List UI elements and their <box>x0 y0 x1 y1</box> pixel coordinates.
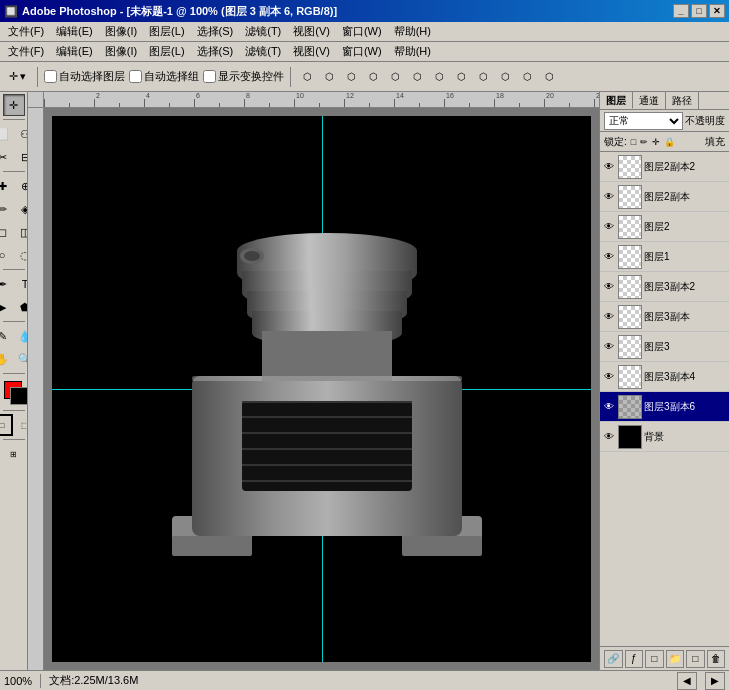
delete-layer-button[interactable]: 🗑 <box>707 650 726 668</box>
align-center-icon[interactable]: ⬡ <box>319 67 339 87</box>
layer-item[interactable]: 👁 图层3 <box>600 332 729 362</box>
eye-icon[interactable]: 👁 <box>602 250 616 264</box>
eye-icon[interactable]: 👁 <box>602 370 616 384</box>
align-bottom-icon[interactable]: ⬡ <box>429 67 449 87</box>
auto-select-group-checkbox[interactable] <box>129 70 142 83</box>
distribute3-icon[interactable]: ⬡ <box>473 67 493 87</box>
distribute-icon[interactable]: ⬡ <box>363 67 383 87</box>
dodge-tool[interactable]: ○ <box>0 244 13 266</box>
menu-edit[interactable]: 编辑(E) <box>50 22 99 41</box>
tab-channels[interactable]: 通道 <box>633 92 666 109</box>
eye-icon[interactable]: 👁 <box>602 340 616 354</box>
add-mask-button[interactable]: □ <box>645 650 664 668</box>
menu2-layer[interactable]: 图层(L) <box>143 42 190 61</box>
lasso-tool[interactable]: ⚇ <box>14 123 28 145</box>
layer-item[interactable]: 👁 图层1 <box>600 242 729 272</box>
slice-tool[interactable]: ⊟ <box>14 146 28 168</box>
menu-file[interactable]: 文件(F) <box>2 22 50 41</box>
gradient-tool[interactable]: ◫ <box>14 221 28 243</box>
move-tool[interactable]: ✛ <box>3 94 25 116</box>
eye-icon[interactable]: 👁 <box>602 190 616 204</box>
lock-all-icon[interactable]: 🔒 <box>664 137 675 147</box>
layers-list[interactable]: 👁 图层2副本2 👁 图层2副本 👁 图层2 👁 图层1 👁 <box>600 152 729 646</box>
add-style-button[interactable]: ƒ <box>625 650 644 668</box>
align-middle-icon[interactable]: ⬡ <box>407 67 427 87</box>
layer-item[interactable]: 👁 图层2副本 <box>600 182 729 212</box>
path-select-tool[interactable]: ▶ <box>0 296 13 318</box>
auto-select-layer-checkbox[interactable] <box>44 70 57 83</box>
menu-filter[interactable]: 滤镜(T) <box>239 22 287 41</box>
distribute5-icon[interactable]: ⬡ <box>517 67 537 87</box>
eraser-tool[interactable]: ◻ <box>0 221 13 243</box>
eye-icon[interactable]: 👁 <box>602 160 616 174</box>
blur-tool[interactable]: ◌ <box>14 244 28 266</box>
new-group-button[interactable]: 📁 <box>666 650 685 668</box>
layer-item-bg[interactable]: 👁 背景 <box>600 422 729 452</box>
lock-transparent-icon[interactable]: □ <box>631 137 636 147</box>
menu2-view[interactable]: 视图(V) <box>287 42 336 61</box>
menu-image[interactable]: 图像(I) <box>99 22 143 41</box>
menu-window[interactable]: 窗口(W) <box>336 22 388 41</box>
canvas-viewport[interactable] <box>44 108 599 670</box>
align-right-icon[interactable]: ⬡ <box>341 67 361 87</box>
note-tool[interactable]: ✎ <box>0 325 13 347</box>
lock-paint-icon[interactable]: ✏ <box>640 137 648 147</box>
align-left-icon[interactable]: ⬡ <box>297 67 317 87</box>
layer-item[interactable]: 👁 图层3副本4 <box>600 362 729 392</box>
menu-select[interactable]: 选择(S) <box>191 22 240 41</box>
tab-paths[interactable]: 路径 <box>666 92 699 109</box>
brush-tool[interactable]: ✏ <box>0 198 13 220</box>
layer-item[interactable]: 👁 图层3副本2 <box>600 272 729 302</box>
menu2-select[interactable]: 选择(S) <box>191 42 240 61</box>
blend-mode-select[interactable]: 正常 溶解 变暗 <box>604 112 683 130</box>
eye-icon[interactable]: 👁 <box>602 220 616 234</box>
layer-item[interactable]: 👁 图层2副本2 <box>600 152 729 182</box>
menu-layer[interactable]: 图层(L) <box>143 22 190 41</box>
maximize-button[interactable]: □ <box>691 4 707 18</box>
pen-tool[interactable]: ✒ <box>0 273 13 295</box>
show-transform-checkbox[interactable] <box>203 70 216 83</box>
close-button[interactable]: ✕ <box>709 4 725 18</box>
menu-view[interactable]: 视图(V) <box>287 22 336 41</box>
eye-icon[interactable]: 👁 <box>602 310 616 324</box>
align-top-icon[interactable]: ⬡ <box>385 67 405 87</box>
crop-tool[interactable]: ✂ <box>0 146 13 168</box>
distribute4-icon[interactable]: ⬡ <box>495 67 515 87</box>
hand-tool[interactable]: ✋ <box>0 348 13 370</box>
new-layer-button[interactable]: □ <box>686 650 705 668</box>
lock-move-icon[interactable]: ✛ <box>652 137 660 147</box>
layer-item[interactable]: 👁 图层2 <box>600 212 729 242</box>
clone-tool[interactable]: ⊕ <box>14 175 28 197</box>
shape-tool[interactable]: ⬟ <box>14 296 28 318</box>
layer-item[interactable]: 👁 图层3副本 <box>600 302 729 332</box>
screen-mode[interactable]: ⊞ <box>3 443 25 465</box>
healing-tool[interactable]: ✚ <box>0 175 13 197</box>
link-layers-button[interactable]: 🔗 <box>604 650 623 668</box>
distribute6-icon[interactable]: ⬡ <box>539 67 559 87</box>
menu-help[interactable]: 帮助(H) <box>388 22 437 41</box>
move-tool-button[interactable]: ✛▾ <box>4 67 31 86</box>
type-tool[interactable]: T <box>14 273 28 295</box>
menu2-file[interactable]: 文件(F) <box>2 42 50 61</box>
zoom-tool[interactable]: 🔍 <box>14 348 28 370</box>
layer-item-selected[interactable]: 👁 图层3副本6 <box>600 392 729 422</box>
eye-icon[interactable]: 👁 <box>602 430 616 444</box>
eye-icon[interactable]: 👁 <box>602 400 616 414</box>
distribute2-icon[interactable]: ⬡ <box>451 67 471 87</box>
menu2-image[interactable]: 图像(I) <box>99 42 143 61</box>
next-page-button[interactable]: ▶ <box>705 672 725 690</box>
tab-layers[interactable]: 图层 <box>600 92 633 109</box>
background-color[interactable] <box>10 387 28 405</box>
marquee-tool[interactable]: ⬜ <box>0 123 13 145</box>
minimize-button[interactable]: _ <box>673 4 689 18</box>
eyedrop-tool[interactable]: 💧 <box>14 325 28 347</box>
menu2-window[interactable]: 窗口(W) <box>336 42 388 61</box>
history-tool[interactable]: ◈ <box>14 198 28 220</box>
eye-icon[interactable]: 👁 <box>602 280 616 294</box>
menu2-filter[interactable]: 滤镜(T) <box>239 42 287 61</box>
standard-mode[interactable]: □ <box>0 414 13 436</box>
menu2-help[interactable]: 帮助(H) <box>388 42 437 61</box>
prev-page-button[interactable]: ◀ <box>677 672 697 690</box>
menu2-edit[interactable]: 编辑(E) <box>50 42 99 61</box>
quick-mask[interactable]: ⬚ <box>14 414 28 436</box>
